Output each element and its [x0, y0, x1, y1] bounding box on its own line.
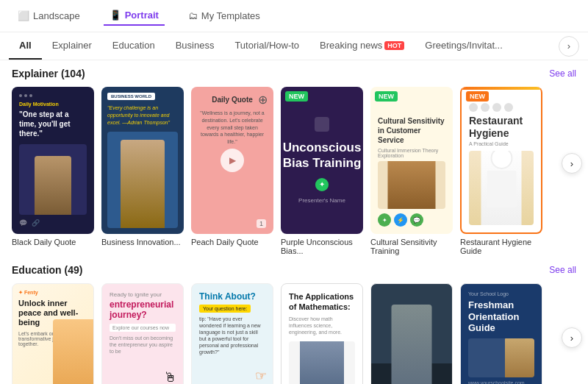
- template-black-daily-quote[interactable]: Daily Motivation "One step at a time, yo…: [12, 87, 94, 246]
- label-restaurant-hygiene: Restaurant Hygiene Guide: [460, 238, 542, 255]
- edu-template-think[interactable]: Think About? Your question here: tip: "H…: [191, 283, 273, 384]
- portrait-icon: 📱: [110, 10, 121, 21]
- label-cultural-sensitivity: Cultural Sensitivity Training: [370, 238, 453, 255]
- nav-portrait[interactable]: 📱 Portrait: [104, 6, 165, 26]
- template-peach-daily-quote[interactable]: ⊕ Daily Quote "Wellness is a journey, no…: [191, 87, 273, 246]
- new-badge-purple: NEW: [285, 91, 308, 102]
- thumb-business-innovation: BUSINESS WORLD "Every challenge is an op…: [101, 87, 184, 234]
- label-black-daily-quote: Black Daily Quote: [12, 238, 94, 246]
- edu-template-lecture[interactable]: [370, 283, 453, 384]
- edu-template-freshman[interactable]: Your School Logo Freshman Orientation Gu…: [460, 283, 542, 384]
- edu-thumb-freshman: Your School Logo Freshman Orientation Gu…: [460, 283, 542, 384]
- hot-badge: HOT: [384, 41, 404, 50]
- tab-business[interactable]: Business: [165, 32, 225, 60]
- thumb-black-daily-quote: Daily Motivation "One step at a time, yo…: [12, 87, 94, 234]
- education-grid: ✦ Fenty Unlock inner peace and well-bein…: [12, 283, 576, 384]
- nav-landscape[interactable]: ⬜ Landscape: [12, 7, 86, 25]
- main-content: Explainer (104) See all Daily Motivation…: [0, 60, 588, 384]
- my-templates-icon: 🗂: [188, 10, 198, 21]
- education-scroll-right[interactable]: ›: [562, 327, 582, 348]
- nav-my-templates[interactable]: 🗂 My Templates: [182, 7, 266, 25]
- edu-thumb-entrepreneur: Ready to ignite your entrepreneurial jou…: [101, 283, 184, 384]
- category-nav-btn[interactable]: ›: [559, 36, 579, 57]
- explainer-section-header: Explainer (104) See all: [12, 68, 576, 79]
- tab-education[interactable]: Education: [102, 32, 165, 60]
- thumb-purple-unconscious: NEW Unconscious Bias Training ✦ Presente…: [281, 87, 363, 234]
- education-section-title: Education (49): [12, 264, 82, 276]
- new-badge-cultural: NEW: [375, 91, 398, 102]
- template-purple-unconscious[interactable]: NEW Unconscious Bias Training ✦ Presente…: [281, 87, 363, 255]
- education-see-all[interactable]: See all: [549, 265, 576, 275]
- explainer-grid: Daily Motivation "One step at a time, yo…: [12, 87, 576, 255]
- tab-all[interactable]: All: [9, 32, 42, 60]
- tab-breaking[interactable]: Breaking news HOT: [309, 32, 415, 60]
- tab-tutorial[interactable]: Tutorial/How-to: [224, 32, 309, 60]
- education-section-header: Education (49) See all: [12, 264, 576, 276]
- template-restaurant-hygiene[interactable]: NEW Restaurant Hygiene A Practical Guide: [460, 87, 542, 255]
- edu-template-math[interactable]: The Applications of Mathematics: Discove…: [281, 283, 363, 384]
- edu-thumb-unlock: ✦ Fenty Unlock inner peace and well-bein…: [12, 283, 94, 384]
- edu-template-entrepreneur[interactable]: Ready to ignite your entrepreneurial jou…: [101, 283, 184, 384]
- template-cultural-sensitivity[interactable]: NEW Cultural Sensitivity in Customer Ser…: [370, 87, 453, 255]
- tab-explainer[interactable]: Explainer: [42, 32, 102, 60]
- template-business-innovation[interactable]: BUSINESS WORLD "Every challenge is an op…: [101, 87, 184, 246]
- category-tabs: All Explainer Education Business Tutoria…: [0, 32, 588, 60]
- edu-thumb-think: Think About? Your question here: tip: "H…: [191, 283, 273, 384]
- edu-thumb-lecture: [370, 283, 453, 384]
- landscape-icon: ⬜: [18, 10, 29, 21]
- thumb-restaurant-hygiene: NEW Restaurant Hygiene A Practical Guide: [460, 87, 542, 234]
- label-business-innovation: Business Innovation...: [101, 238, 184, 246]
- label-purple-unconscious: Purple Unconscious Bias...: [281, 238, 363, 255]
- explainer-section-title: Explainer (104): [12, 68, 85, 79]
- label-peach-daily-quote: Peach Daily Quote: [191, 238, 273, 246]
- edu-template-unlock[interactable]: ✦ Fenty Unlock inner peace and well-bein…: [12, 283, 94, 384]
- tab-greetings[interactable]: Greetings/Invitat...: [415, 32, 513, 60]
- explainer-see-all[interactable]: See all: [549, 68, 576, 79]
- thumb-peach-daily-quote: ⊕ Daily Quote "Wellness is a journey, no…: [191, 87, 273, 234]
- explainer-scroll-right[interactable]: ›: [562, 153, 582, 174]
- thumb-cultural-sensitivity: NEW Cultural Sensitivity in Customer Ser…: [370, 87, 453, 234]
- top-nav: ⬜ Landscape 📱 Portrait 🗂 My Templates: [0, 0, 588, 32]
- new-badge-restaurant: NEW: [466, 91, 489, 102]
- edu-thumb-math: The Applications of Mathematics: Discove…: [281, 283, 363, 384]
